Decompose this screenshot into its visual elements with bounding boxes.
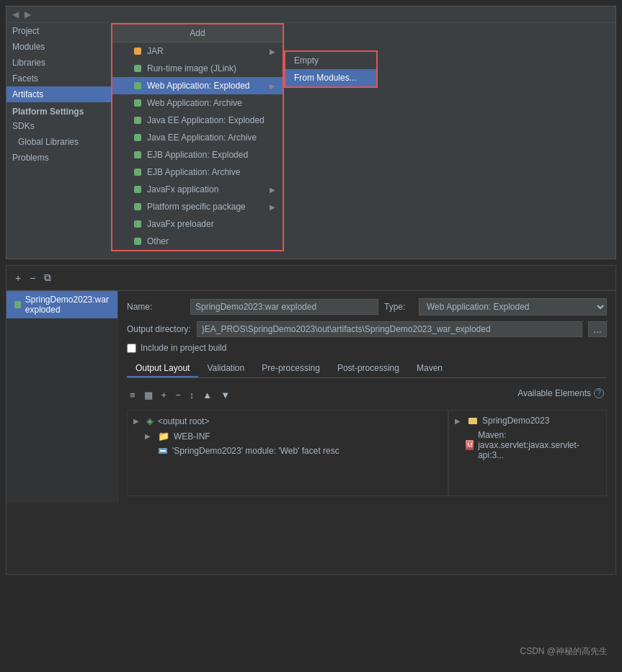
ejb-archive-icon: [133, 167, 143, 177]
nav-item-libraries[interactable]: Libraries: [6, 55, 111, 71]
project-settings-dialog: ◀ ▶ Project Modules Libraries Facets Art…: [6, 6, 616, 259]
svg-rect-7: [134, 169, 141, 176]
svg-rect-0: [134, 48, 141, 55]
svg-rect-9: [134, 203, 141, 210]
copy-artifact-button[interactable]: ⧉: [41, 270, 54, 285]
output-layout-toolbar: ≡ ▦ + − ↕ ▲ ▼ Available Elements ?: [127, 384, 607, 406]
output-down-button[interactable]: ▼: [218, 388, 233, 402]
add-javafx-preloader-item[interactable]: JavaFx preloader: [112, 215, 283, 233]
submenu-from-modules[interactable]: From Modules...: [285, 69, 376, 86]
platform-icon: [133, 202, 143, 212]
nav-item-project[interactable]: Project: [6, 23, 111, 39]
add-other-item[interactable]: Other: [112, 233, 283, 250]
nav-back-icon[interactable]: ◀: [12, 9, 19, 19]
add-menu-area: Add JAR ▶ Run-time image (JLink) Web App…: [111, 23, 378, 251]
watermark: CSDN @神秘的高先生: [520, 645, 608, 658]
nav-forward-icon[interactable]: ▶: [25, 9, 31, 19]
available-elements-panel: ▶ SpringDemo2023 M Maven: javax.servlet:…: [448, 410, 607, 496]
add-ejb-exploded-item[interactable]: EJB Application: Exploded: [112, 146, 283, 163]
name-input[interactable]: [190, 299, 378, 315]
webinf-folder-icon: 📁: [158, 431, 169, 442]
svg-rect-1: [134, 65, 141, 72]
add-artifact-button[interactable]: +: [12, 271, 24, 285]
output-dir-label: Output directory:: [127, 324, 191, 334]
web-archive-icon: [133, 98, 143, 108]
output-grid-view-button[interactable]: ▦: [141, 388, 156, 402]
nav-item-artifacts[interactable]: Artifacts: [6, 86, 111, 102]
nav-item-sdks[interactable]: SDKs: [6, 118, 111, 134]
artifact-list-panel: SpringDemo2023:war exploded: [6, 291, 118, 503]
add-web-archive-item[interactable]: Web Application: Archive: [112, 94, 283, 112]
svg-rect-6: [134, 151, 141, 158]
tab-validation[interactable]: Validation: [198, 360, 253, 377]
name-label: Name:: [127, 302, 185, 312]
browse-output-dir-button[interactable]: ...: [588, 321, 607, 337]
submenu-empty[interactable]: Empty: [285, 52, 376, 69]
add-javaee-exploded-item[interactable]: Java EE Application: Exploded: [112, 112, 283, 129]
platform-arrow: ▶: [270, 203, 275, 211]
artifact-item-springdemo[interactable]: SpringDemo2023:war exploded: [6, 291, 117, 318]
nav-item-global-libraries[interactable]: Global Libraries: [6, 134, 111, 150]
svg-rect-8: [134, 186, 141, 193]
settings-layout: Project Modules Libraries Facets Artifac…: [6, 23, 616, 251]
add-menu-header: Add: [112, 24, 283, 42]
add-dropdown: Add JAR ▶ Run-time image (JLink) Web App…: [111, 23, 284, 251]
add-platform-item[interactable]: Platform specific package ▶: [112, 198, 283, 215]
javafx-arrow: ▶: [270, 186, 275, 194]
output-list-view-button[interactable]: ≡: [127, 388, 138, 402]
add-ejb-archive-item[interactable]: EJB Application: Archive: [112, 163, 283, 181]
web-exploded-icon: [133, 81, 143, 91]
svg-rect-14: [160, 450, 166, 452]
root-expand-icon: ▶: [133, 417, 142, 425]
add-web-exploded-item[interactable]: Web Application: Exploded ▶: [112, 77, 283, 94]
svg-rect-4: [134, 117, 141, 124]
add-jar-item[interactable]: JAR ▶: [112, 42, 283, 60]
type-select[interactable]: Web Application: Exploded: [419, 298, 607, 315]
name-field-row: Name: Type: Web Application: Exploded: [127, 298, 607, 315]
add-javafx-item[interactable]: JavaFx application ▶: [112, 181, 283, 198]
remove-artifact-button[interactable]: −: [27, 271, 38, 285]
tab-post-processing[interactable]: Post-processing: [329, 360, 408, 377]
platform-settings-header: Platform Settings: [6, 102, 111, 118]
output-tree-panel: ▶ ◈ <output root> ▶ 📁 WEB-INF 'SpringDem…: [127, 410, 448, 496]
nav-bar: ◀ ▶: [6, 6, 616, 23]
root-folder-icon: ◈: [146, 416, 154, 426]
output-up-button[interactable]: ▲: [200, 388, 215, 402]
output-remove-button[interactable]: −: [172, 388, 184, 402]
svg-rect-11: [134, 238, 141, 245]
nav-item-problems[interactable]: Problems: [6, 150, 111, 166]
add-runtime-item[interactable]: Run-time image (JLink): [112, 60, 283, 77]
output-dir-input[interactable]: [197, 321, 583, 337]
tab-maven[interactable]: Maven: [408, 360, 451, 377]
springdemo-folder-icon: [468, 416, 478, 426]
output-sort-button[interactable]: ↕: [187, 388, 197, 402]
include-in-build-label: Include in project build: [141, 343, 226, 353]
runtime-icon: [133, 63, 143, 73]
output-add-button[interactable]: +: [159, 388, 170, 402]
javaee-archive-icon: [133, 133, 143, 143]
web-exploded-arrow: ▶: [270, 82, 275, 90]
help-icon: ?: [594, 388, 604, 398]
output-dir-row: Output directory: ...: [127, 321, 607, 337]
svg-rect-3: [134, 99, 141, 107]
artifact-icon: [14, 300, 21, 310]
output-webinf-item[interactable]: ▶ 📁 WEB-INF: [130, 429, 445, 444]
nav-item-facets[interactable]: Facets: [6, 71, 111, 86]
available-maven-item[interactable]: M Maven: javax.servlet:javax.servlet-api…: [452, 428, 603, 462]
output-module-item[interactable]: 'SpringDemo2023' module: 'Web' facet res…: [130, 444, 445, 458]
output-root-item[interactable]: ▶ ◈ <output root>: [130, 413, 445, 429]
type-label: Type:: [384, 302, 413, 312]
output-panel: ▶ ◈ <output root> ▶ 📁 WEB-INF 'SpringDem…: [127, 410, 607, 496]
javafx-icon: [133, 184, 143, 194]
jar-icon: [133, 46, 143, 56]
tab-output-layout[interactable]: Output Layout: [127, 360, 198, 377]
available-springdemo-item[interactable]: ▶ SpringDemo2023: [452, 413, 603, 428]
nav-item-modules[interactable]: Modules: [6, 39, 111, 55]
settings-left-nav: Project Modules Libraries Facets Artifac…: [6, 23, 111, 251]
artifact-toolbar: + − ⧉: [6, 266, 616, 290]
add-javaee-archive-item[interactable]: Java EE Application: Archive: [112, 129, 283, 146]
other-icon: [133, 236, 143, 246]
include-in-build-checkbox[interactable]: [127, 344, 136, 353]
tab-pre-processing[interactable]: Pre-processing: [253, 360, 329, 377]
output-tabs: Output Layout Validation Pre-processing …: [127, 360, 607, 378]
